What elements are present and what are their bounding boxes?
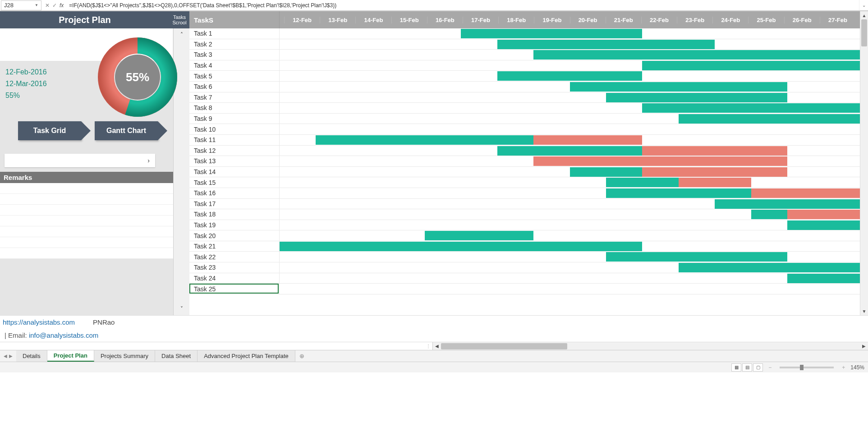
- gantt-bar[interactable]: [606, 93, 787, 102]
- sheet-tab[interactable]: Project Plan: [47, 350, 94, 362]
- gantt-bar[interactable]: [606, 156, 787, 166]
- zoom-level[interactable]: 145%: [850, 364, 864, 371]
- enter-icon[interactable]: ✓: [52, 2, 57, 9]
- task-name-cell[interactable]: Task 9: [189, 114, 280, 124]
- task-name-cell[interactable]: Task 20: [189, 230, 280, 241]
- gantt-row[interactable]: Task 24: [189, 273, 860, 284]
- task-name-cell[interactable]: Task 6: [189, 82, 280, 92]
- tab-scroll-split[interactable]: ⋮: [0, 342, 433, 350]
- remarks-row[interactable]: [0, 194, 173, 205]
- gantt-bar[interactable]: [533, 156, 606, 166]
- remarks-row[interactable]: [0, 248, 173, 259]
- gantt-bar[interactable]: [642, 61, 860, 70]
- task-name-cell[interactable]: Task 2: [189, 39, 280, 50]
- zoom-slider[interactable]: [780, 367, 834, 368]
- scroll-down-icon[interactable]: ˅: [174, 303, 189, 315]
- task-name-cell[interactable]: Task 18: [189, 209, 280, 220]
- remarks-row[interactable]: [0, 237, 173, 248]
- gantt-bar[interactable]: [715, 199, 860, 209]
- gantt-bar[interactable]: [787, 210, 860, 219]
- formula-input[interactable]: =IF(AND($J$1<>"All Projects",$J$1<>Q28),…: [66, 0, 859, 10]
- gantt-row[interactable]: Task 6: [189, 82, 860, 92]
- gantt-bar[interactable]: [606, 188, 751, 198]
- hscroll-track[interactable]: [441, 343, 860, 349]
- gantt-row[interactable]: Task 3: [189, 50, 860, 60]
- task-name-cell[interactable]: Task 22: [189, 252, 280, 262]
- task-name-cell[interactable]: Task 25: [189, 284, 280, 294]
- remarks-row[interactable]: [0, 183, 173, 194]
- remarks-row[interactable]: [0, 216, 173, 226]
- gantt-bar[interactable]: [751, 210, 787, 219]
- normal-view-icon[interactable]: ▦: [731, 363, 741, 372]
- gantt-bar[interactable]: [787, 220, 860, 230]
- gantt-row[interactable]: Task 17: [189, 199, 860, 210]
- gantt-bar[interactable]: [570, 167, 643, 177]
- gantt-bar[interactable]: [679, 263, 860, 272]
- gantt-row[interactable]: Task 11: [189, 135, 860, 146]
- sheet-tab[interactable]: Advanced Project Plan Template: [197, 350, 295, 362]
- task-name-cell[interactable]: Task 24: [189, 273, 280, 284]
- task-name-cell[interactable]: Task 5: [189, 71, 280, 81]
- gantt-row[interactable]: Task 20: [189, 230, 860, 241]
- scroll-left-icon[interactable]: ◀: [433, 344, 441, 349]
- task-grid-button[interactable]: Task Grid: [18, 121, 81, 140]
- task-name-cell[interactable]: Task 13: [189, 156, 280, 166]
- project-dropdown[interactable]: ›: [5, 154, 155, 167]
- gantt-row[interactable]: Task 14: [189, 167, 860, 178]
- gantt-row[interactable]: Task 18: [189, 209, 860, 220]
- gantt-bar[interactable]: [461, 29, 642, 38]
- scrollbar-track[interactable]: [860, 19, 868, 307]
- gantt-row[interactable]: Task 12: [189, 146, 860, 156]
- sheet-tab[interactable]: Data Sheet: [155, 350, 197, 362]
- gantt-bar[interactable]: [497, 71, 643, 81]
- gantt-row[interactable]: Task 15: [189, 177, 860, 188]
- gantt-bar[interactable]: [642, 167, 787, 177]
- task-name-cell[interactable]: Task 1: [189, 28, 280, 39]
- task-name-cell[interactable]: Task 15: [189, 177, 280, 188]
- gantt-row[interactable]: Task 1: [189, 28, 860, 39]
- gantt-row[interactable]: Task 8: [189, 103, 860, 114]
- gantt-bar[interactable]: [606, 252, 787, 262]
- horizontal-scrollbar[interactable]: ◀ ▶: [433, 342, 868, 350]
- task-name-cell[interactable]: Task 23: [189, 262, 280, 273]
- gantt-row[interactable]: Task 2: [189, 39, 860, 50]
- scroll-up-icon[interactable]: ▲: [860, 11, 868, 19]
- gantt-bar[interactable]: [497, 40, 715, 49]
- scroll-right-icon[interactable]: ▶: [860, 344, 868, 349]
- email-link[interactable]: info@analysistabs.com: [29, 331, 98, 339]
- zoom-plus-icon[interactable]: +: [842, 364, 845, 371]
- remarks-row[interactable]: [0, 226, 173, 237]
- tab-first-icon[interactable]: ◀: [4, 354, 7, 358]
- task-name-cell[interactable]: Task 8: [189, 103, 280, 113]
- gantt-bar[interactable]: [787, 274, 860, 283]
- page-layout-icon[interactable]: ▤: [742, 363, 752, 372]
- task-name-cell[interactable]: Task 7: [189, 92, 280, 103]
- gantt-bar[interactable]: [570, 82, 788, 92]
- scroll-down-icon[interactable]: ▼: [860, 307, 868, 315]
- gantt-row[interactable]: Task 23: [189, 262, 860, 273]
- website-link[interactable]: https://analysistabs.com: [3, 318, 75, 326]
- sheet-tab[interactable]: Projects Summary: [94, 350, 155, 362]
- gantt-bar[interactable]: [533, 135, 642, 145]
- zoom-minus-icon[interactable]: −: [768, 364, 772, 371]
- gantt-row[interactable]: Task 21: [189, 241, 860, 252]
- tab-prev-icon[interactable]: ▶: [9, 354, 13, 358]
- new-sheet-button[interactable]: ⊕: [295, 350, 309, 362]
- gantt-bar[interactable]: [642, 103, 860, 113]
- gantt-bar[interactable]: [679, 114, 860, 124]
- gantt-bar[interactable]: [679, 178, 751, 187]
- sheet-tab[interactable]: Details: [16, 350, 47, 362]
- zoom-thumb[interactable]: [800, 365, 804, 370]
- gantt-bar[interactable]: [751, 188, 860, 198]
- task-name-cell[interactable]: Task 3: [189, 50, 280, 60]
- gantt-row[interactable]: Task 16: [189, 188, 860, 199]
- gantt-row[interactable]: Task 9: [189, 114, 860, 124]
- gantt-row[interactable]: Task 10: [189, 124, 860, 135]
- gantt-bar[interactable]: [606, 178, 679, 187]
- gantt-row[interactable]: Task 19: [189, 220, 860, 231]
- remarks-row[interactable]: [0, 205, 173, 216]
- task-name-cell[interactable]: Task 12: [189, 146, 280, 156]
- gantt-row[interactable]: Task 5: [189, 71, 860, 82]
- vertical-scrollbar[interactable]: ▲ ▼: [860, 11, 868, 315]
- task-name-cell[interactable]: Task 17: [189, 199, 280, 209]
